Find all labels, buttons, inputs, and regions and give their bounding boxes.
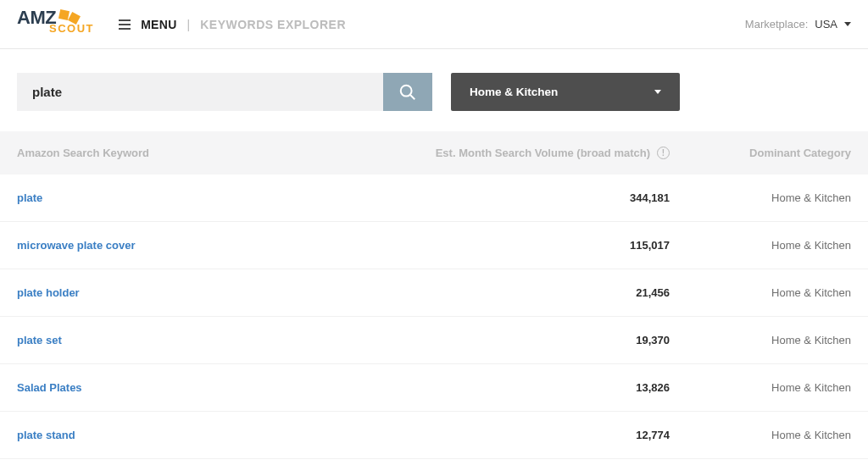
table-row: microwave plate cover115,017Home & Kitch… [0,222,868,269]
volume-cell: 19,370 [415,334,670,346]
marketplace-selector[interactable]: Marketplace: USA [745,18,851,30]
logo-scout-text: SCOUT [49,24,117,33]
svg-point-0 [401,85,412,96]
nav-divider: | [187,18,191,31]
table-row: plate holder21,456Home & Kitchen [0,269,868,317]
category-select[interactable]: Home & Kitchen [451,73,680,111]
column-header-category[interactable]: Dominant Category [670,147,851,159]
volume-cell: 344,181 [415,191,670,204]
table-header: Amazon Search Keyword Est. Month Search … [0,131,868,175]
keyword-link[interactable]: plate holder [17,286,415,299]
category-select-value: Home & Kitchen [470,86,558,98]
page-title: KEYWORDS EXPLORER [200,18,346,31]
search-button[interactable] [383,73,432,111]
keyword-link[interactable]: plate stand [17,429,415,441]
header-bar: AMZ SCOUT MENU | KEYWORDS EXPLORER Marke… [0,0,868,49]
column-header-keyword[interactable]: Amazon Search Keyword [17,147,415,159]
column-header-volume[interactable]: Est. Month Search Volume (broad match) ! [415,147,670,159]
category-cell: Home & Kitchen [670,191,851,204]
volume-cell: 21,456 [415,286,670,299]
logo[interactable]: AMZ SCOUT [17,10,85,38]
marketplace-value: USA [815,18,837,30]
keyword-link[interactable]: plate set [17,334,415,346]
category-cell: Home & Kitchen [670,381,851,394]
search-wrap [17,73,432,111]
hamburger-icon[interactable] [119,19,131,30]
chevron-down-icon [844,22,851,26]
category-cell: Home & Kitchen [670,429,851,441]
keyword-link[interactable]: plate [17,191,415,204]
category-cell: Home & Kitchen [670,239,851,252]
volume-cell: 115,017 [415,239,670,252]
chevron-down-icon [654,90,661,94]
svg-line-1 [410,94,415,99]
table-row: plate set19,370Home & Kitchen [0,317,868,364]
nav: MENU | KEYWORDS EXPLORER [119,18,346,31]
keyword-link[interactable]: Salad Plates [17,381,415,394]
table-row: Salad Plates13,826Home & Kitchen [0,364,868,412]
category-cell: Home & Kitchen [670,286,851,299]
table-row: plate stand12,774Home & Kitchen [0,412,868,459]
category-cell: Home & Kitchen [670,334,851,346]
search-input[interactable] [17,73,383,111]
table-body: plate344,181Home & Kitchenmicrowave plat… [0,175,868,459]
table-row: plate344,181Home & Kitchen [0,175,868,222]
controls-row: Home & Kitchen [0,49,868,131]
volume-cell: 13,826 [415,381,670,394]
volume-cell: 12,774 [415,429,670,441]
menu-button[interactable]: MENU [141,18,176,31]
info-icon[interactable]: ! [657,147,670,159]
keyword-link[interactable]: microwave plate cover [17,239,415,252]
search-icon [398,83,417,102]
column-header-volume-label: Est. Month Search Volume (broad match) [436,147,650,159]
marketplace-label: Marketplace: [745,18,808,30]
